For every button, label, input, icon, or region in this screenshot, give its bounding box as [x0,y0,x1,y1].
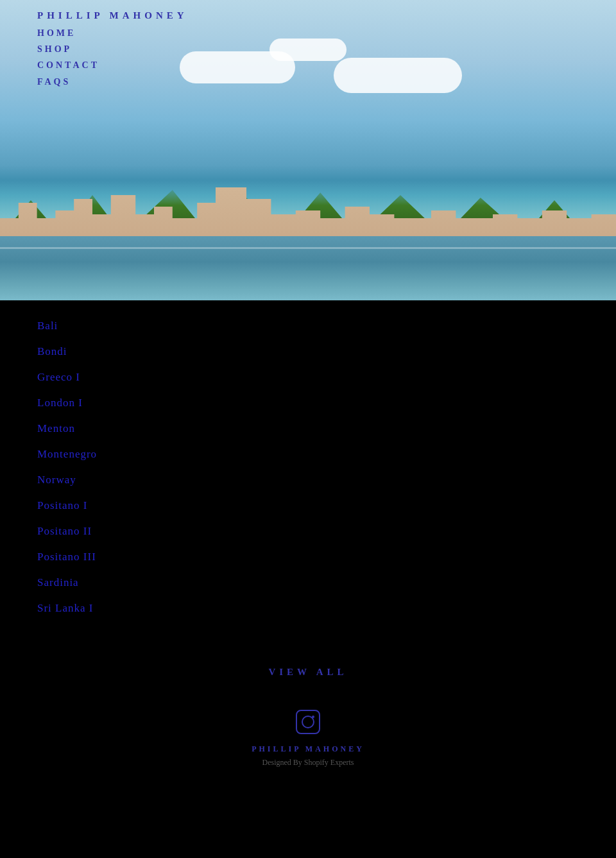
nav-link-home[interactable]: HOME [37,28,76,38]
footer-credit: Designed By Shopify Experts [0,758,616,768]
link-sri-lanka[interactable]: Sri Lanka I [37,602,93,614]
list-item[interactable]: Menton [37,416,616,442]
cloud-3 [334,58,462,93]
link-positano-3[interactable]: Positano III [37,551,96,563]
list-item[interactable]: Positano II [37,519,616,544]
footer: PHILLIP MAHONEY Designed By Shopify Expe… [0,697,616,780]
links-section: Bali Bondi Greeco I London I Menton Mont… [0,300,616,640]
list-item[interactable]: Greeco I [37,365,616,390]
list-item[interactable]: Positano I [37,493,616,519]
link-menton[interactable]: Menton [37,422,75,434]
nav-item-home[interactable]: HOME [37,25,188,41]
footer-brand: PHILLIP MAHONEY [0,744,616,754]
list-item[interactable]: Montenegro [37,442,616,467]
link-bali[interactable]: Bali [37,320,58,332]
list-item[interactable]: Bondi [37,339,616,365]
view-all-section[interactable]: VIEW ALL [0,640,616,697]
link-norway[interactable]: Norway [37,474,76,486]
list-item[interactable]: London I [37,390,616,416]
nav-item-contact[interactable]: CONTACT [37,57,188,73]
instagram-icon[interactable] [296,710,320,734]
link-bondi[interactable]: Bondi [37,345,67,357]
nav-link-contact[interactable]: CONTACT [37,60,99,70]
list-item[interactable]: Positano III [37,544,616,570]
list-item[interactable]: Norway [37,467,616,493]
view-all-link[interactable]: VIEW ALL [268,667,347,677]
link-montenegro[interactable]: Montenegro [37,448,97,460]
site-title: PHILLIP MAHONEY [37,10,188,21]
list-item[interactable]: Bali [37,313,616,339]
list-item[interactable]: Sardinia [37,570,616,596]
water [0,236,616,300]
nav-item-shop[interactable]: SHOP [37,41,188,57]
instagram-icon-wrapper[interactable] [0,710,616,744]
link-sardinia[interactable]: Sardinia [37,576,79,588]
link-positano-1[interactable]: Positano I [37,499,87,511]
nav-menu: HOME SHOP CONTACT FAQS [37,25,188,90]
header: PHILLIP MAHONEY HOME SHOP CONTACT FAQS [0,0,188,90]
list-item[interactable]: Sri Lanka I [37,596,616,621]
link-greeco[interactable]: Greeco I [37,371,80,383]
nav-item-faqs[interactable]: FAQS [37,74,188,90]
nav-link-faqs[interactable]: FAQS [37,77,71,87]
link-positano-2[interactable]: Positano II [37,525,92,537]
link-london[interactable]: London I [37,397,83,409]
nav-link-shop[interactable]: SHOP [37,44,72,54]
cloud-2 [270,39,346,61]
